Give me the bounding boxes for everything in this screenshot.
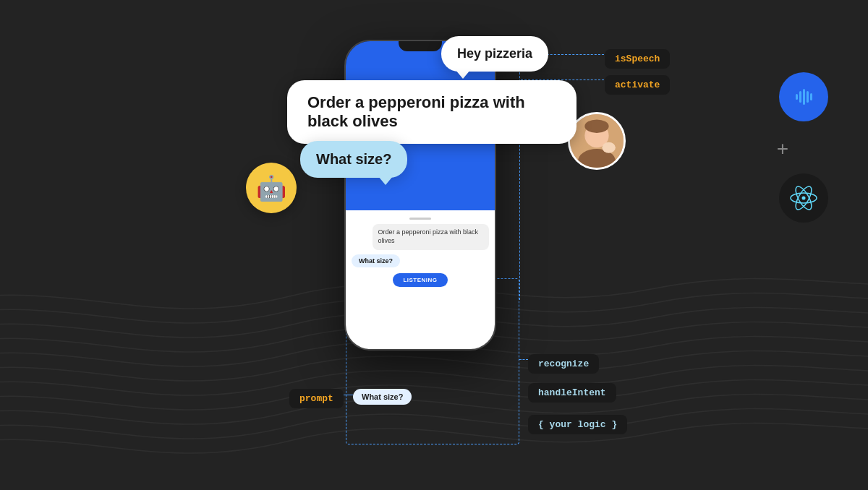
plus-sign: +: [777, 137, 788, 160]
waveform-bar-1: [796, 94, 798, 100]
your-logic-badge: { your logic }: [528, 415, 627, 434]
recognize-line: [519, 359, 528, 360]
order-bubble: Order a pepperoni pizza with black olive…: [287, 80, 576, 144]
hey-pizzeria-text: Hey pizzeria: [457, 46, 532, 61]
prompt-badge: prompt: [289, 389, 344, 408]
recognize-badge: recognize: [528, 354, 599, 374]
waveform-bar-4: [807, 91, 809, 103]
phone-chat-bubble: Order a pepperoni pizza with black olive…: [373, 224, 490, 249]
order-text: Order a pepperoni pizza with black olive…: [307, 93, 525, 130]
phone-notch: [399, 41, 442, 51]
react-icon-circle[interactable]: [779, 173, 828, 223]
hey-pizzeria-bubble: Hey pizzeria: [441, 36, 548, 72]
waveform-bar-2: [799, 91, 801, 103]
what-size-bubble: What size?: [300, 141, 407, 178]
phone-listening-btn[interactable]: LISTENING: [393, 273, 447, 287]
phone-what-size: What size?: [352, 254, 400, 267]
is-speech-badge: isSpeech: [605, 49, 670, 69]
react-svg-icon: [790, 184, 817, 212]
activate-badge: activate: [605, 75, 670, 95]
waveform-bar-5: [810, 93, 812, 100]
what-size-text: What size?: [316, 151, 391, 167]
waveform-icon: [796, 89, 812, 105]
svg-point-3: [584, 119, 608, 133]
robot-avatar: 🤖: [246, 163, 297, 213]
robot-emoji: 🤖: [256, 173, 286, 202]
svg-point-4: [602, 142, 616, 153]
handle-intent-badge: handleIntent: [528, 383, 616, 403]
scene: Your Software Order a pepperoni pizza wi…: [0, 0, 868, 490]
svg-point-8: [802, 197, 806, 200]
what-size-lower-badge: What size?: [353, 389, 412, 405]
user-photo: [568, 112, 626, 170]
waveform-icon-circle[interactable]: [779, 72, 828, 121]
drag-handle: [409, 218, 431, 220]
phone-bottom: Order a pepperoni pizza with black olive…: [346, 210, 495, 349]
waveform-bar-3: [803, 89, 805, 105]
phone-prompt-row: What size?: [352, 254, 400, 267]
user-photo-svg: [570, 112, 624, 170]
